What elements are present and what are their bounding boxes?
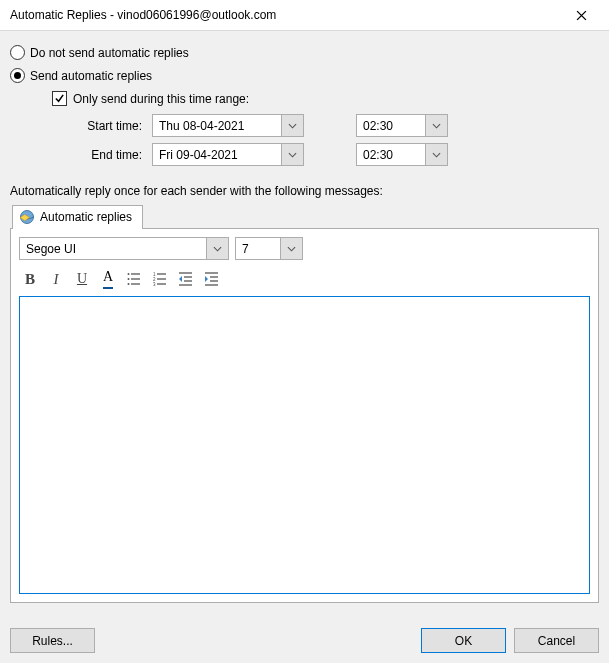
chevron-down-icon	[288, 123, 297, 129]
radio-selected-dot	[14, 72, 21, 79]
font-color-button[interactable]: A	[97, 268, 119, 290]
end-time-label: End time:	[80, 148, 142, 162]
bold-icon: B	[25, 271, 35, 288]
font-family-value: Segoe UI	[20, 242, 206, 256]
outdent-icon	[178, 271, 194, 287]
checkmark-icon	[54, 93, 65, 104]
svg-point-3	[128, 278, 130, 280]
dialog-body: Do not send automatic replies Send autom…	[0, 31, 609, 613]
start-time-label: Start time:	[80, 119, 142, 133]
underline-icon: U	[77, 271, 87, 287]
dropdown-button[interactable]	[280, 238, 302, 259]
chevron-down-icon	[432, 123, 441, 129]
start-time-row: Start time: Thu 08-04-2021 02:30	[80, 114, 599, 137]
bold-button[interactable]: B	[19, 268, 41, 290]
format-row: Segoe UI 7	[19, 237, 590, 260]
dialog-footer: Rules... OK Cancel	[10, 628, 599, 653]
rules-button[interactable]: Rules...	[10, 628, 95, 653]
number-list-button[interactable]: 1 2 3	[149, 268, 171, 290]
instruction-text: Automatically reply once for each sender…	[10, 184, 599, 198]
font-size-value: 7	[236, 242, 280, 256]
italic-button[interactable]: I	[45, 268, 67, 290]
radio-label: Do not send automatic replies	[30, 46, 189, 60]
checkbox-label: Only send during this time range:	[73, 92, 249, 106]
close-button[interactable]	[561, 1, 601, 29]
button-label: Rules...	[32, 634, 73, 648]
svg-point-5	[128, 283, 130, 285]
dropdown-button[interactable]	[425, 115, 447, 136]
radio-do-not-send[interactable]: Do not send automatic replies	[10, 45, 599, 60]
button-label: OK	[455, 634, 472, 648]
font-color-icon: A	[103, 270, 113, 289]
radio-label: Send automatic replies	[30, 69, 152, 83]
indent-button[interactable]	[201, 268, 223, 290]
bullet-list-button[interactable]	[123, 268, 145, 290]
close-icon	[576, 10, 587, 21]
chevron-down-icon	[213, 246, 222, 252]
dropdown-button[interactable]	[281, 115, 303, 136]
dropdown-button[interactable]	[206, 238, 228, 259]
radio-icon	[10, 45, 25, 60]
font-family-select[interactable]: Segoe UI	[19, 237, 229, 260]
message-editor[interactable]	[19, 296, 590, 594]
number-list-icon: 1 2 3	[152, 271, 168, 287]
end-time-value: 02:30	[357, 148, 425, 162]
tab-automatic-replies[interactable]: Automatic replies	[12, 205, 143, 229]
end-date-value: Fri 09-04-2021	[153, 148, 281, 162]
end-time-select[interactable]: 02:30	[356, 143, 448, 166]
radio-send[interactable]: Send automatic replies	[10, 68, 599, 83]
tab-label: Automatic replies	[40, 210, 132, 224]
font-size-select[interactable]: 7	[235, 237, 303, 260]
titlebar: Automatic Replies - vinod06061996@outloo…	[0, 0, 609, 31]
italic-icon: I	[54, 271, 59, 288]
start-time-value: 02:30	[357, 119, 425, 133]
start-time-select[interactable]: 02:30	[356, 114, 448, 137]
editor-pane: Segoe UI 7 B I U A	[10, 228, 599, 603]
ok-button[interactable]: OK	[421, 628, 506, 653]
underline-button[interactable]: U	[71, 268, 93, 290]
dropdown-button[interactable]	[281, 144, 303, 165]
svg-text:3: 3	[153, 282, 156, 287]
svg-point-1	[128, 273, 130, 275]
cancel-button[interactable]: Cancel	[514, 628, 599, 653]
window-title: Automatic Replies - vinod06061996@outloo…	[10, 8, 561, 22]
end-date-select[interactable]: Fri 09-04-2021	[152, 143, 304, 166]
chevron-down-icon	[288, 152, 297, 158]
chevron-down-icon	[287, 246, 296, 252]
radio-icon	[10, 68, 25, 83]
dropdown-button[interactable]	[425, 144, 447, 165]
start-date-select[interactable]: Thu 08-04-2021	[152, 114, 304, 137]
globe-mail-icon	[19, 209, 35, 225]
tab-container: Automatic replies Segoe UI 7	[10, 204, 599, 603]
checkbox-icon	[52, 91, 67, 106]
chevron-down-icon	[432, 152, 441, 158]
indent-icon	[204, 271, 220, 287]
start-date-value: Thu 08-04-2021	[153, 119, 281, 133]
outdent-button[interactable]	[175, 268, 197, 290]
bullet-list-icon	[126, 271, 142, 287]
format-toolbar: B I U A 1 2 3	[19, 266, 590, 296]
end-time-row: End time: Fri 09-04-2021 02:30	[80, 143, 599, 166]
tab-list: Automatic replies	[10, 204, 599, 228]
button-label: Cancel	[538, 634, 575, 648]
checkbox-only-range[interactable]: Only send during this time range:	[52, 91, 599, 106]
